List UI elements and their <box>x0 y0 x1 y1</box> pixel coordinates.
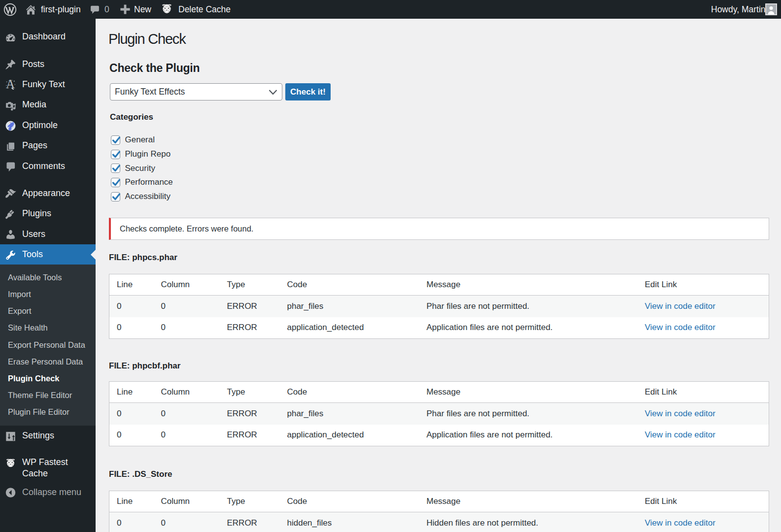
svg-text:A: A <box>6 79 15 91</box>
